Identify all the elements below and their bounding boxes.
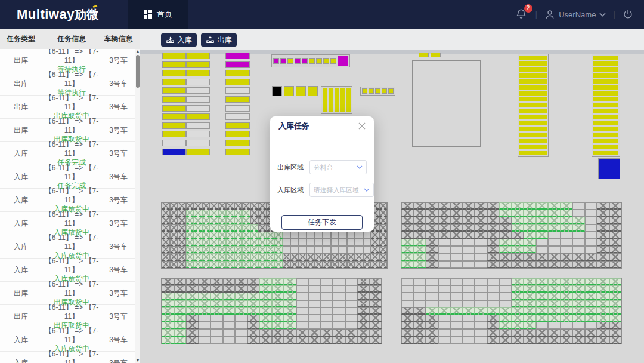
- storage-cell-occupied[interactable]: [210, 285, 223, 293]
- storage-cell-empty[interactable]: [450, 315, 463, 322]
- storage-cell-occupied[interactable]: [450, 224, 463, 232]
- storage-cell-occupied[interactable]: [499, 217, 512, 224]
- storage-cell-empty[interactable]: [199, 329, 211, 336]
- storage-cell-occupied[interactable]: [597, 210, 609, 217]
- storage-cell-occupied[interactable]: [379, 246, 388, 253]
- storage-cell-occupied-green[interactable]: [524, 202, 536, 210]
- rack-slot[interactable]: [519, 67, 547, 72]
- storage-cell-occupied[interactable]: [463, 210, 475, 217]
- storage-cell-occupied[interactable]: [379, 217, 388, 224]
- storage-cell-occupied[interactable]: [572, 253, 585, 260]
- storage-cell-occupied[interactable]: [306, 253, 315, 260]
- storage-cell-occupied-green[interactable]: [284, 307, 296, 315]
- storage-cell-occupied[interactable]: [426, 232, 438, 239]
- storage-cell-occupied[interactable]: [512, 253, 524, 260]
- storage-cell-empty[interactable]: [308, 315, 321, 322]
- storage-cell-occupied[interactable]: [370, 307, 382, 315]
- storage-cell-occupied-green[interactable]: [235, 307, 247, 315]
- storage-cell-occupied[interactable]: [475, 232, 487, 239]
- storage-cell-occupied[interactable]: [186, 278, 199, 285]
- storage-cell-occupied[interactable]: [597, 337, 609, 344]
- storage-cell-empty[interactable]: [438, 253, 451, 260]
- storage-cell-occupied[interactable]: [536, 253, 549, 260]
- storage-cell-occupied[interactable]: [536, 329, 549, 336]
- pallet-slot[interactable]: [186, 53, 210, 59]
- rack-slot[interactable]: [519, 97, 547, 101]
- storage-cell-occupied[interactable]: [258, 210, 267, 217]
- storage-cell-occupied[interactable]: [548, 261, 561, 268]
- pallet-slot[interactable]: [369, 88, 374, 94]
- storage-cell-occupied-green[interactable]: [561, 278, 573, 285]
- pallet-slot[interactable]: [162, 53, 186, 59]
- pallet-slot[interactable]: [162, 131, 186, 137]
- storage-cell-occupied-green[interactable]: [218, 224, 227, 232]
- storage-cell-empty[interactable]: [475, 278, 487, 285]
- storage-cell-occupied-green[interactable]: [186, 217, 194, 224]
- storage-cell-empty[interactable]: [401, 285, 414, 293]
- storage-cell-occupied[interactable]: [401, 202, 414, 210]
- storage-cell-empty[interactable]: [308, 278, 321, 285]
- storage-cell-occupied[interactable]: [357, 337, 370, 344]
- storage-cell-occupied[interactable]: [426, 337, 438, 344]
- storage-cell-occupied-green[interactable]: [401, 239, 414, 246]
- task-row[interactable]: 出库【6-11】 => 【7-11】出库取货中3号车: [0, 305, 135, 328]
- storage-cell-occupied[interactable]: [315, 253, 323, 260]
- storage-cell-empty[interactable]: [283, 246, 291, 253]
- storage-cell-occupied[interactable]: [170, 261, 178, 268]
- task-list[interactable]: 出库【6-11】 => 【7-11】等待执行3号车出库【6-11】 => 【7-…: [0, 49, 135, 363]
- storage-cell-occupied-green[interactable]: [536, 285, 549, 293]
- vertical-slot[interactable]: [346, 88, 351, 112]
- storage-cell-occupied[interactable]: [414, 217, 426, 224]
- storage-cell-occupied[interactable]: [247, 329, 260, 336]
- storage-cell-occupied-green[interactable]: [499, 307, 512, 315]
- storage-cell-occupied-green[interactable]: [250, 261, 259, 268]
- storage-cell-empty[interactable]: [306, 246, 315, 253]
- storage-cell-empty[interactable]: [463, 285, 475, 293]
- task-row[interactable]: 入库【6-11】 => 【7-11】入库放货中3号车: [0, 189, 135, 212]
- storage-cell-occupied[interactable]: [438, 217, 451, 224]
- storage-cell-occupied[interactable]: [162, 246, 170, 253]
- empty-slot[interactable]: [186, 105, 210, 112]
- storage-cell-occupied-green[interactable]: [242, 253, 250, 260]
- storage-cell-occupied-green[interactable]: [186, 210, 194, 217]
- storage-cell-occupied[interactable]: [355, 253, 363, 260]
- storage-cell-empty[interactable]: [536, 322, 549, 329]
- storage-cell-occupied-green[interactable]: [174, 293, 187, 300]
- storage-cell-empty[interactable]: [438, 293, 451, 300]
- storage-cell-empty[interactable]: [321, 307, 333, 315]
- storage-cell-occupied[interactable]: [512, 337, 524, 344]
- storage-cell-occupied[interactable]: [355, 261, 363, 268]
- storage-cell-occupied-green[interactable]: [512, 278, 524, 285]
- storage-cell-occupied[interactable]: [178, 202, 186, 210]
- storage-cell-occupied-green[interactable]: [274, 261, 283, 268]
- storage-cell-occupied[interactable]: [170, 253, 178, 260]
- storage-cell-occupied-green[interactable]: [258, 261, 267, 268]
- storage-cell-empty[interactable]: [210, 337, 223, 344]
- storage-cell-empty[interactable]: [438, 300, 451, 307]
- storage-cell-occupied[interactable]: [272, 329, 284, 336]
- storage-cell-occupied[interactable]: [306, 261, 315, 268]
- storage-cell-occupied-green[interactable]: [202, 239, 210, 246]
- storage-cell-empty[interactable]: [210, 322, 223, 329]
- pallet-slot[interactable]: [388, 88, 394, 94]
- storage-cell-occupied-green[interactable]: [284, 285, 296, 293]
- task-row[interactable]: 出库【6-11】 => 【7-11】出库取货中3号车: [0, 119, 135, 142]
- storage-cell-occupied[interactable]: [512, 232, 524, 239]
- storage-cell-occupied[interactable]: [426, 246, 438, 253]
- storage-cell-occupied[interactable]: [609, 224, 622, 232]
- storage-cell-empty[interactable]: [299, 232, 307, 239]
- storage-cell-occupied-green[interactable]: [548, 285, 561, 293]
- storage-cell-occupied-green[interactable]: [267, 253, 275, 260]
- storage-cell-occupied-green[interactable]: [597, 293, 609, 300]
- scrollbar-thumb[interactable]: [136, 55, 140, 88]
- storage-cell-empty[interactable]: [199, 337, 211, 344]
- storage-cell-empty[interactable]: [299, 239, 307, 246]
- storage-cell-occupied-green[interactable]: [202, 246, 210, 253]
- storage-cell-occupied-green[interactable]: [284, 300, 296, 307]
- storage-cell-occupied[interactable]: [259, 337, 272, 344]
- storage-cell-occupied-green[interactable]: [499, 246, 512, 253]
- storage-cell-empty[interactable]: [438, 337, 451, 344]
- storage-cell-empty[interactable]: [306, 232, 315, 239]
- storage-cell-empty[interactable]: [331, 232, 339, 239]
- storage-cell-occupied[interactable]: [450, 210, 463, 217]
